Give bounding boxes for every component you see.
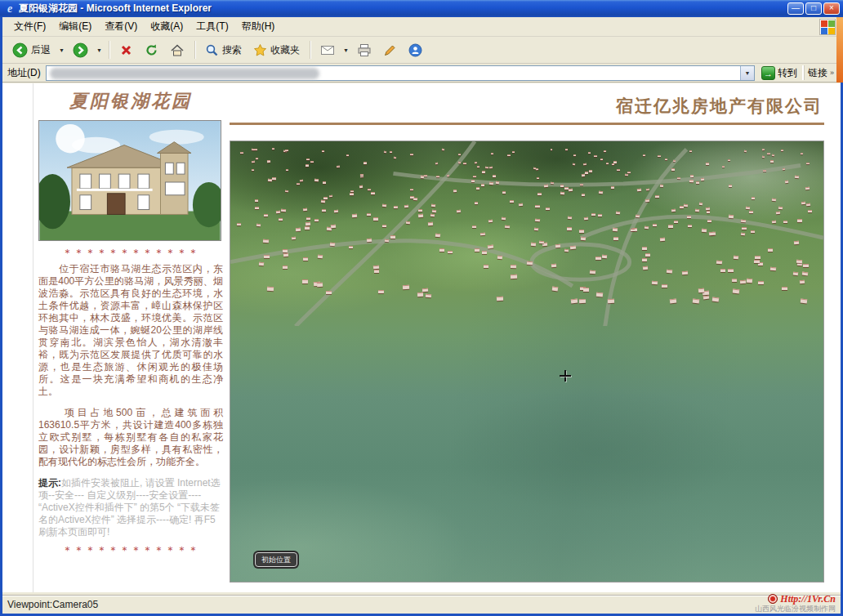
- search-label: 搜索: [222, 43, 242, 57]
- company-underline: [230, 123, 824, 125]
- standard-buttons-toolbar: 后退 ▼ ▼: [2, 37, 841, 64]
- watermark-logo-icon: [768, 594, 778, 604]
- title-bar: e 夏阳银湖花园 - Microsoft Internet Explorer —…: [0, 0, 843, 17]
- company-title: 宿迁亿兆房地产有限公司: [230, 95, 824, 118]
- ie-icon: e: [3, 2, 16, 16]
- print-button[interactable]: [352, 40, 377, 60]
- watermark-url: Http://1Vr.Cn: [780, 595, 836, 603]
- forward-button[interactable]: [68, 39, 93, 61]
- home-button[interactable]: [165, 40, 190, 60]
- plugin-tip: 提示:如插件安装被阻止, 请设置 Internet选项--安全--- 自定义级别…: [38, 477, 223, 538]
- browser-window: e 夏阳银湖花园 - Microsoft Internet Explorer —…: [0, 0, 843, 616]
- back-dropdown[interactable]: ▼: [57, 44, 66, 56]
- address-input[interactable]: [47, 67, 740, 79]
- windows-logo-icon: [819, 19, 836, 35]
- mail-dropdown[interactable]: ▼: [341, 44, 350, 56]
- go-arrow-icon: →: [761, 66, 775, 80]
- links-toolbar[interactable]: 链接 »: [804, 65, 837, 80]
- print-icon: [357, 43, 372, 57]
- refresh-button[interactable]: [140, 40, 163, 60]
- villa-photo: [38, 120, 221, 241]
- menu-file[interactable]: 文件(F): [7, 17, 52, 36]
- favorites-star-icon: [253, 43, 267, 57]
- menu-view[interactable]: 查看(V): [98, 17, 144, 36]
- watermark: Http://1Vr.Cn 山西风光临汾视频制作网: [755, 594, 836, 613]
- refresh-icon: [145, 43, 158, 57]
- menu-favorites[interactable]: 收藏(A): [144, 17, 190, 36]
- address-dropdown[interactable]: ▼: [740, 66, 754, 80]
- maximize-button[interactable]: □: [805, 2, 822, 15]
- stop-icon: [119, 43, 133, 57]
- stars-divider-top: ＊＊＊＊＊＊＊＊＊＊＊＊: [38, 247, 223, 259]
- mail-icon: [320, 44, 335, 56]
- viewer-reset-button[interactable]: 初始位置: [255, 552, 297, 567]
- stars-divider-bottom: ＊＊＊＊＊＊＊＊＊＊＊＊: [38, 544, 223, 556]
- tip-label: 提示:: [38, 477, 61, 489]
- edit-button[interactable]: [378, 40, 402, 60]
- go-button[interactable]: → 转到: [758, 65, 801, 81]
- menu-tools[interactable]: 工具(T): [190, 17, 234, 36]
- close-button[interactable]: ×: [823, 2, 840, 15]
- messenger-button[interactable]: [404, 40, 427, 60]
- stop-button[interactable]: [114, 40, 138, 60]
- messenger-icon: [408, 43, 422, 57]
- forward-dropdown[interactable]: ▼: [95, 44, 104, 56]
- mail-button[interactable]: [315, 41, 340, 60]
- intro-paragraph: 位于宿迁市骆马湖生态示范区内，东面是400平方公里的骆马湖，风景秀丽、烟波浩淼。…: [38, 263, 223, 398]
- back-label: 后退: [31, 43, 51, 57]
- favorites-button[interactable]: 收藏夹: [248, 40, 305, 60]
- back-button[interactable]: 后退: [7, 39, 56, 61]
- search-icon: [205, 43, 219, 57]
- home-icon: [170, 43, 185, 57]
- minimize-button[interactable]: —: [787, 2, 804, 15]
- search-button[interactable]: 搜索: [200, 40, 247, 60]
- address-bar: 地址(D) ▼ → 转到 链接 »: [2, 64, 841, 83]
- window-title: 夏阳银湖花园 - Microsoft Internet Explorer: [19, 2, 787, 16]
- crosshair-cursor: [560, 370, 571, 382]
- project-paragraph: 项目占地500亩，总建筑面积163610.5平方米，共设计建造400多栋独立欧式…: [38, 407, 223, 468]
- status-viewpoint: Viewpoint:Camera05: [7, 599, 98, 610]
- page-viewport: 夏阳银湖花园: [2, 83, 841, 592]
- edge-strip: [836, 17, 843, 83]
- right-column: 宿迁亿兆房地产有限公司 初始位置: [230, 83, 824, 592]
- back-icon: [12, 42, 28, 58]
- status-bar: Viewpoint:Camera05 Http://1Vr.Cn 山西风光临汾视…: [2, 595, 841, 614]
- left-column: 夏阳银湖花园: [38, 83, 223, 592]
- menu-bar: 文件(F) 编辑(E) 查看(V) 收藏(A) 工具(T) 帮助(H): [2, 17, 841, 37]
- edit-pencil-icon: [383, 43, 397, 57]
- site-title: 夏阳银湖花园: [38, 95, 223, 107]
- forward-icon: [73, 42, 88, 58]
- menu-edit[interactable]: 编辑(E): [52, 17, 98, 36]
- menu-help[interactable]: 帮助(H): [235, 17, 282, 36]
- address-input-wrap: ▼: [46, 65, 755, 81]
- address-label: 地址(D): [6, 66, 42, 80]
- links-label: 链接: [808, 66, 827, 80]
- viewer-3d[interactable]: 初始位置: [230, 141, 824, 583]
- chevron-icon: »: [830, 69, 834, 77]
- tip-body: 如插件安装被阻止, 请设置 Internet选项--安全--- 自定义级别---…: [38, 477, 221, 538]
- page-frame: 夏阳银湖花园: [33, 83, 829, 592]
- favorites-label: 收藏夹: [270, 43, 300, 57]
- go-label: 转到: [778, 66, 797, 80]
- watermark-subtext: 山西风光临汾视频制作网: [755, 605, 836, 613]
- houses-layer: [230, 141, 823, 582]
